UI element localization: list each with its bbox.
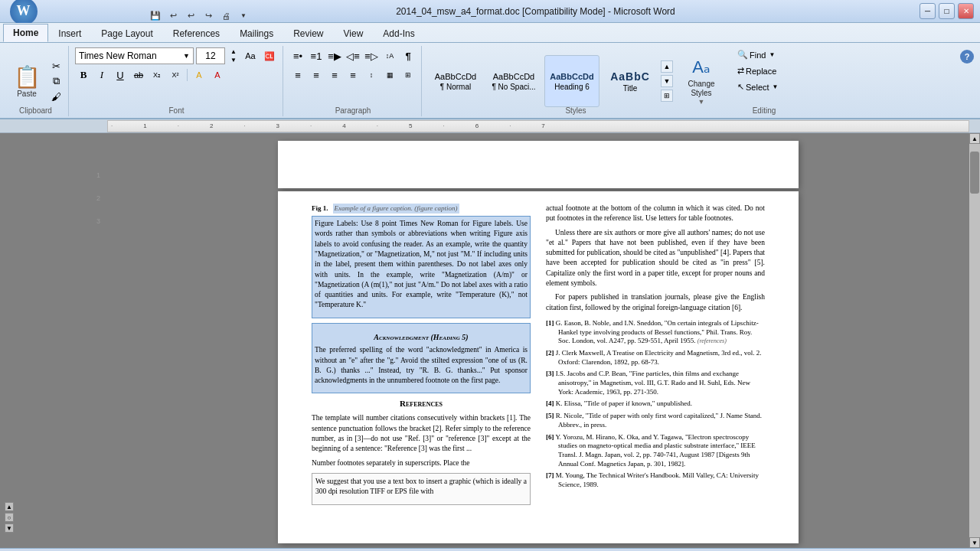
clipboard-content: 📋 Paste ✂ ⧉ 🖌: [8, 47, 64, 115]
style-no-spacing-label: ¶ No Spaci...: [492, 83, 535, 91]
right-para3: For papers published in translation jour…: [546, 292, 765, 313]
replace-button[interactable]: ⇄ Replace: [734, 64, 782, 78]
quick-access-arrow[interactable]: ▼: [236, 8, 251, 24]
font-size-box[interactable]: 12: [196, 47, 225, 64]
font-content: Times New Roman ▼ 12 ▲ ▼ Aa 🆑 B I: [75, 47, 278, 115]
bold-button[interactable]: B: [75, 67, 92, 83]
minimize-button[interactable]: ─: [920, 3, 936, 19]
underline-button[interactable]: U: [112, 67, 129, 83]
line-spacing-button[interactable]: ↕: [363, 67, 380, 83]
editing-label: Editing: [730, 106, 799, 115]
change-styles-button[interactable]: Aₐ ChangeStyles ▼: [679, 54, 724, 109]
align-right-button[interactable]: ≡: [326, 67, 343, 83]
show-marks-button[interactable]: ¶: [400, 47, 416, 64]
format-painter-button[interactable]: 🖌: [48, 90, 64, 103]
tab-add-ins[interactable]: Add-Ins: [373, 24, 424, 42]
text-highlight-button[interactable]: A: [191, 67, 207, 83]
document-right-column: actual footnote at the bottom of the col…: [546, 204, 765, 505]
style-heading6[interactable]: AaBbCcDd Heading 6: [544, 55, 599, 107]
tab-insert[interactable]: Insert: [48, 24, 91, 42]
align-center-button[interactable]: ≡: [308, 67, 325, 83]
ref-4-text: K. Elissa, "Title of paper if known," un…: [556, 399, 692, 407]
superscript-button[interactable]: X²: [167, 67, 184, 83]
style-title[interactable]: AaBbC Title: [603, 55, 658, 107]
tab-review[interactable]: Review: [283, 24, 333, 42]
styles-scroll-down[interactable]: ▼: [661, 75, 673, 87]
font-color-button[interactable]: A: [209, 67, 226, 83]
redo-button[interactable]: ↪: [201, 8, 216, 24]
style-normal[interactable]: AaBbCcDd ¶ Normal: [428, 55, 483, 107]
ruler-mark-10: ·: [443, 122, 444, 129]
numbering-button[interactable]: ≡1: [308, 47, 325, 64]
figure-labels-text: Figure Labels: Use 8 point Times New Rom…: [315, 219, 528, 311]
cut-button[interactable]: ✂: [48, 59, 64, 73]
font-grow-button[interactable]: ▲: [227, 47, 240, 56]
align-left-button[interactable]: ≡: [289, 67, 306, 83]
editing-buttons: 🔍 Find ▼ ⇄ Replace ↖ Select ▼: [734, 47, 782, 94]
bullets-button[interactable]: ≡•: [289, 47, 306, 64]
tab-view[interactable]: View: [334, 24, 374, 42]
font-shrink-button[interactable]: ▼: [227, 56, 240, 64]
change-styles-arrow: ▼: [698, 98, 705, 106]
status-bar: Page: 5 of 6 Words: 801/2,831 🔤 📄 📑 📋 📌 …: [0, 548, 980, 551]
nav-circle-button[interactable]: ○: [5, 513, 14, 522]
maximize-button[interactable]: □: [939, 3, 955, 19]
replace-label: Replace: [746, 67, 776, 76]
decrease-indent-button[interactable]: ◁≡: [345, 47, 361, 64]
textbox-insert: We suggest that you use a text box to in…: [312, 473, 531, 506]
save-button[interactable]: 💾: [148, 8, 163, 24]
copy-button[interactable]: ⧉: [48, 74, 64, 88]
ruler-mark-5: 3: [276, 122, 279, 129]
ref-3: [3] I.S. Jacobs and C.P. Bean, "Fine par…: [546, 370, 765, 396]
ref-5: [5] R. Nicole, "Title of paper with only…: [546, 412, 765, 429]
change-case-button[interactable]: Aa: [242, 47, 259, 64]
tab-references[interactable]: References: [163, 24, 230, 42]
styles-more-button[interactable]: ⊞: [661, 90, 673, 102]
document-scroll[interactable]: Fig 1. Example of a figure caption. (fig…: [107, 133, 969, 548]
font-row1: Times New Roman ▼ 12 ▲ ▼ Aa 🆑: [75, 47, 278, 64]
tab-home[interactable]: Home: [3, 24, 48, 42]
document-container: Fig 1. Example of a figure caption. (fig…: [107, 133, 969, 548]
increase-indent-button[interactable]: ≡▷: [363, 47, 380, 64]
ref-1-text: G. Eason, B. Noble, and I.N. Sneddon, "O…: [556, 319, 759, 344]
document-page: Fig 1. Example of a figure caption. (fig…: [278, 191, 799, 543]
close-button[interactable]: ✕: [958, 3, 974, 19]
select-button[interactable]: ↖ Select ▼: [734, 80, 782, 94]
tab-page-layout[interactable]: Page Layout: [91, 24, 162, 42]
paste-button[interactable]: 📋 Paste: [8, 58, 46, 104]
scroll-up-button[interactable]: ▲: [969, 133, 980, 144]
fig-label: Fig 1.: [312, 204, 328, 214]
para-content: ≡• ≡1 ≡▶ ◁≡ ≡▷ ↕A ¶ ≡ ≡ ≡ ≡ ↕ ▦: [289, 47, 416, 115]
title-bar: W 💾 ↩ ↩ ↪ 🖨 ▼ 2014_04_msw_a4_format.doc …: [0, 0, 980, 23]
shading-button[interactable]: ▦: [381, 67, 398, 83]
font-name-dropdown[interactable]: Times New Roman ▼: [75, 47, 194, 64]
next-page-button[interactable]: ▼: [5, 523, 14, 533]
scroll-thumb[interactable]: [970, 152, 979, 194]
style-heading6-label: Heading 6: [554, 83, 590, 91]
tab-mailings[interactable]: Mailings: [230, 24, 283, 42]
clear-formatting-button[interactable]: 🆑: [261, 47, 278, 64]
ribbon-tabs: Home Insert Page Layout References Maili…: [0, 23, 980, 43]
italic-button[interactable]: I: [93, 67, 110, 83]
undo-button[interactable]: ↩: [165, 8, 181, 24]
undo2-button[interactable]: ↩: [183, 8, 198, 24]
scroll-track[interactable]: [969, 144, 980, 537]
scroll-down-button[interactable]: ▼: [969, 537, 980, 548]
subscript-button[interactable]: X₂: [149, 67, 165, 83]
print-preview-button[interactable]: 🖨: [218, 8, 234, 24]
ref-2: [2] J. Clerk Maxwell, A Treatise on Elec…: [546, 349, 765, 367]
left-margin-markers: 1 2 3: [96, 171, 103, 225]
prev-page-button[interactable]: ▲: [5, 502, 14, 511]
help-button[interactable]: ?: [960, 50, 974, 64]
justify-button[interactable]: ≡: [345, 67, 361, 83]
strikethrough-button[interactable]: ab: [130, 67, 147, 83]
styles-content: AaBbCcDd ¶ Normal AaBbCcDd ¶ No Spaci...…: [428, 47, 724, 115]
ribbon-content: 📋 Paste ✂ ⧉ 🖌 Clipboard Times N: [0, 43, 980, 118]
border-button[interactable]: ⊞: [400, 67, 416, 83]
styles-scroll-up[interactable]: ▲: [661, 60, 673, 73]
ref-2-text: J. Clerk Maxwell, A Treatise on Electric…: [556, 349, 762, 366]
multilevel-list-button[interactable]: ≡▶: [326, 47, 343, 64]
sort-button[interactable]: ↕A: [381, 47, 398, 64]
style-no-spacing[interactable]: AaBbCcDd ¶ No Spaci...: [486, 55, 541, 107]
find-button[interactable]: 🔍 Find ▼: [734, 47, 782, 62]
